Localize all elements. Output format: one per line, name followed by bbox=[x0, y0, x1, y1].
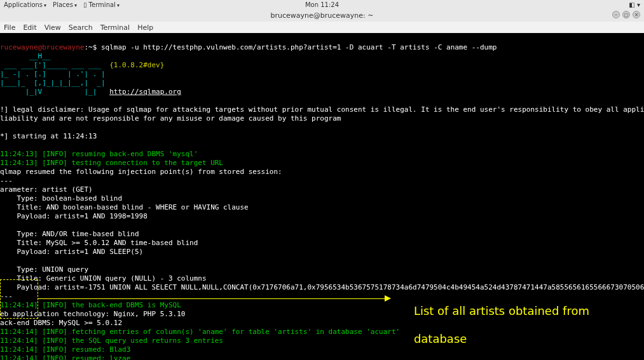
log-line: 11:24:14] [INFO] the SQL query used retu… bbox=[0, 337, 223, 345]
parameter-line: arameter: artist (GET) bbox=[0, 185, 93, 194]
annotation-text: List of all artists obtained from databa… bbox=[399, 290, 589, 360]
menu-search[interactable]: Search bbox=[69, 23, 93, 32]
sqlmap-ascii: __H__ bbox=[0, 52, 50, 60]
menu-file[interactable]: File bbox=[4, 23, 15, 32]
applications-menu[interactable]: Applications bbox=[4, 1, 46, 8]
maximize-button[interactable]: ◻ bbox=[622, 11, 630, 18]
disclaimer-text: !] legal disclaimer: Usage of sqlmap for… bbox=[0, 105, 644, 123]
menu-terminal[interactable]: Terminal bbox=[100, 23, 130, 32]
annotation-arrow bbox=[38, 298, 385, 299]
command-line: sqlmap -u http://testphp.vulnweb.com/art… bbox=[101, 43, 497, 51]
close-button[interactable]: ✕ bbox=[633, 11, 640, 18]
tray[interactable]: ◧ ▾ bbox=[629, 1, 640, 8]
terminal-indicator[interactable]: ▯ Terminal bbox=[83, 1, 120, 8]
desktop-topbar: Applications Places ▯ Terminal Mon 11:24… bbox=[0, 0, 644, 9]
terminal-menubar: File Edit View Search Terminal Help bbox=[0, 22, 644, 33]
clock[interactable]: Mon 11:24 bbox=[305, 1, 339, 8]
annotation-arrow-head bbox=[385, 295, 391, 302]
menu-edit[interactable]: Edit bbox=[23, 23, 36, 32]
minimize-button[interactable]: – bbox=[612, 11, 620, 18]
places-menu[interactable]: Places bbox=[53, 1, 77, 8]
log-line: 11:24:14] [INFO] resumed: Blad3 bbox=[0, 345, 130, 354]
window-titlebar[interactable]: brucewayne@brucewayne: ~ – ◻ ✕ bbox=[0, 9, 644, 22]
log-line: 11:24:14] [INFO] fetching entries of col… bbox=[0, 328, 400, 336]
log-line: 11:24:13] [INFO] resuming back-end DBMS … bbox=[0, 150, 198, 158]
prompt-user: rucewayne@brucewayne bbox=[0, 43, 84, 51]
highlight-box bbox=[0, 279, 38, 319]
window-title: brucewayne@brucewayne: ~ bbox=[271, 11, 374, 20]
menu-help[interactable]: Help bbox=[137, 23, 153, 32]
sqlmap-url-link[interactable]: http://sqlmap.org bbox=[109, 88, 181, 96]
sqlmap-version: {1.0.8.2#dev} bbox=[109, 61, 164, 69]
log-line: 11:24:14] [INFO] resumed: lyzae bbox=[0, 354, 130, 360]
menu-view[interactable]: View bbox=[45, 23, 61, 32]
starting-line: *] starting at 11:24:13 bbox=[0, 132, 97, 140]
log-line: 11:24:13] [INFO] testing connection to t… bbox=[0, 159, 223, 167]
terminal-output[interactable]: rucewayne@brucewayne:~$ sqlmap -u http:/… bbox=[0, 33, 644, 360]
log-line: qlmap resumed the following injection po… bbox=[0, 168, 282, 176]
